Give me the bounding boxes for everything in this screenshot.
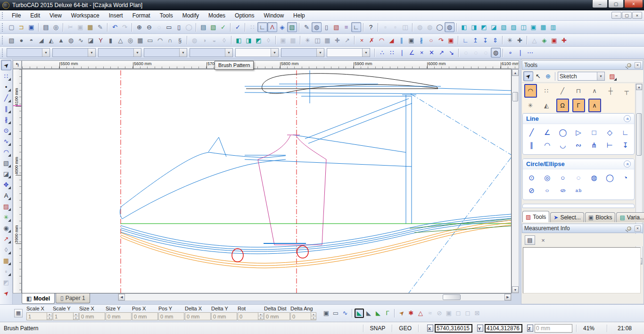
panel-select-button[interactable]: ➤ — [523, 71, 533, 81]
context-help-button[interactable]: ? — [366, 22, 376, 32]
pin-icon[interactable] — [627, 63, 631, 67]
irregular-polygon-button[interactable]: ▷ — [570, 126, 586, 139]
undo-button[interactable]: ↶ — [110, 22, 120, 32]
dropdown-arrow-icon[interactable]: ▼ — [179, 49, 187, 57]
stamp-button[interactable]: ▣ — [549, 35, 559, 45]
delta-dist-input[interactable]: 0 mm — [264, 312, 290, 320]
save-button[interactable]: ▣ — [26, 22, 36, 32]
menu-tools[interactable]: Tools — [155, 11, 178, 20]
mode-combo[interactable]: Sketch▼ — [558, 72, 605, 81]
select-fence-button[interactable]: Γ — [383, 309, 392, 318]
sheet-tab-paper-1[interactable]: ▯Paper 1 — [56, 293, 90, 303]
view-se-button[interactable]: ▦ — [538, 22, 548, 32]
delta-y-input[interactable]: 0 mm — [211, 312, 237, 320]
cylinder-button[interactable]: ▮ — [106, 35, 116, 45]
brush-pattern-combo[interactable]: ▼ — [98, 48, 141, 57]
pos-y-input[interactable]: 0 mm — [158, 312, 184, 320]
drawing-canvas[interactable] — [22, 69, 512, 293]
rectangle-button[interactable]: □ — [586, 126, 602, 139]
view-front-button[interactable]: ◩ — [479, 22, 489, 32]
cone-snap-button[interactable]: ◭ — [540, 100, 553, 112]
solid-intersect-button[interactable]: ◩ — [254, 35, 264, 45]
markup-pen-button[interactable]: ✓ — [218, 22, 228, 32]
cross-node-button[interactable]: ┼ — [604, 85, 617, 97]
rib-outline[interactable] — [258, 135, 326, 245]
measurement-info-box[interactable] — [523, 247, 641, 293]
menu-view[interactable]: View — [45, 11, 66, 20]
text-style-combo[interactable]: ▼ — [235, 48, 279, 57]
red-sheet-button[interactable]: ▧ — [331, 22, 341, 32]
y-coordinate-input[interactable]: 4104,312876 r — [485, 324, 522, 333]
palette-tab-tools[interactable]: ▨Tools — [522, 211, 549, 222]
multiline-tool-button[interactable]: ∠ — [539, 126, 555, 139]
mirror-copy-button[interactable]: ◫ — [313, 35, 322, 45]
sweep-dashdot-upper[interactable] — [411, 94, 511, 155]
select-cp-button[interactable]: ◣ — [373, 309, 383, 318]
scroll-down-icon[interactable]: ▼ — [512, 286, 519, 293]
select-button[interactable]: ➤ — [1, 60, 11, 70]
line-segment-button[interactable]: ╱ — [524, 126, 539, 139]
wing-line-2[interactable] — [245, 92, 511, 94]
arc-segment-button[interactable]: ◠ — [524, 84, 537, 98]
ucs-toggle-button[interactable]: ∟ — [351, 22, 361, 32]
circle-tangent-point-button[interactable]: ⊘ — [524, 184, 539, 197]
horizontal-scroll-thumb[interactable] — [443, 294, 461, 300]
view-back-button[interactable]: ◪ — [489, 22, 499, 32]
angle-line-button[interactable]: ∟ — [618, 126, 633, 139]
palette-tab-select[interactable]: ➤Select... — [550, 212, 584, 222]
size-x-input[interactable]: 0 mm — [79, 312, 105, 320]
circle-double-point-button[interactable]: ○ — [555, 171, 570, 184]
palette-tab-blocks[interactable]: ▣Blocks — [585, 212, 616, 222]
polar-array-button[interactable]: ✳ — [303, 35, 313, 45]
fit-array-button[interactable]: ▦ — [322, 35, 332, 45]
rot-input[interactable]: 0▲▼ — [238, 312, 264, 320]
detach-symbol-button[interactable]: ▭ — [331, 309, 340, 318]
view-top-button[interactable]: ◨ — [469, 22, 479, 32]
wireframe-view-button[interactable]: ◍ — [312, 22, 322, 32]
zoom-page-button[interactable]: ▯ — [174, 22, 184, 32]
doc-minimize-button[interactable]: – — [611, 12, 621, 19]
point-button[interactable]: • — [1, 82, 11, 92]
pos-x-input[interactable]: 0 mm — [132, 312, 158, 320]
sheet-tab-model[interactable]: ◧Model — [22, 293, 55, 304]
zoom-out-button[interactable]: ⊖ — [144, 22, 154, 32]
solid-add-button[interactable]: ◧ — [234, 35, 244, 45]
view-sw-button[interactable]: ▣ — [528, 22, 538, 32]
tangent-circle-button[interactable]: ○ — [426, 35, 436, 45]
snap-trace-button[interactable]: ⋯ — [525, 48, 535, 58]
collapse-chevron-icon[interactable]: « — [624, 115, 631, 122]
inspector-toggle-button[interactable]: ▦ — [14, 309, 23, 317]
polygon-button[interactable]: ◯ — [555, 126, 570, 139]
line-button[interactable]: ╱ — [1, 92, 11, 103]
parallel-line-button[interactable]: ∥ — [524, 139, 539, 151]
fillet-button[interactable]: ◠ — [377, 35, 387, 45]
snap-to-center-button[interactable]: ✚ — [515, 35, 525, 45]
pick-point-button[interactable]: ➤ — [1, 288, 11, 298]
horizontal-scrollbar[interactable]: ◀ ▶ — [118, 293, 512, 301]
sphere-3d-button[interactable]: ● — [17, 35, 26, 45]
apex-snap-button[interactable]: ∧ — [588, 99, 601, 112]
move-button[interactable]: ✥ — [1, 179, 11, 190]
pyramid-3d-button[interactable]: ◭ — [46, 35, 56, 45]
axes-ucs-button[interactable]: ∟ — [257, 22, 267, 32]
circle-button[interactable]: ⊙ — [1, 125, 11, 135]
menu-workspace[interactable]: Workspace — [66, 11, 104, 20]
wheel-front[interactable] — [232, 249, 243, 262]
render-flat-button[interactable]: ◯ — [435, 22, 445, 32]
slot-3d-button[interactable]: ▭ — [145, 35, 155, 45]
deck-diagonal[interactable] — [293, 135, 406, 152]
compass-rose-button[interactable]: ✚ — [559, 35, 569, 45]
line-node-button[interactable]: ╱ — [556, 85, 569, 97]
dimension-button[interactable]: ↗ — [1, 234, 11, 244]
warning-button[interactable]: △ — [416, 309, 425, 318]
tail-line-2[interactable] — [414, 226, 511, 233]
explode-button[interactable]: ✳ — [505, 35, 515, 45]
spinner[interactable]: ▲▼ — [258, 313, 263, 320]
mesh-grid-button[interactable]: ▦ — [135, 35, 145, 45]
dropdown-arrow-icon[interactable]: ▼ — [597, 72, 604, 80]
rotated-rectangle-button[interactable]: ◇ — [602, 126, 618, 139]
menu-format[interactable]: Format — [128, 11, 155, 20]
select-2d-button[interactable]: ◣ — [355, 309, 364, 318]
select-wp-button[interactable]: ◣ — [364, 309, 373, 318]
headrest-triangle[interactable] — [208, 137, 226, 157]
